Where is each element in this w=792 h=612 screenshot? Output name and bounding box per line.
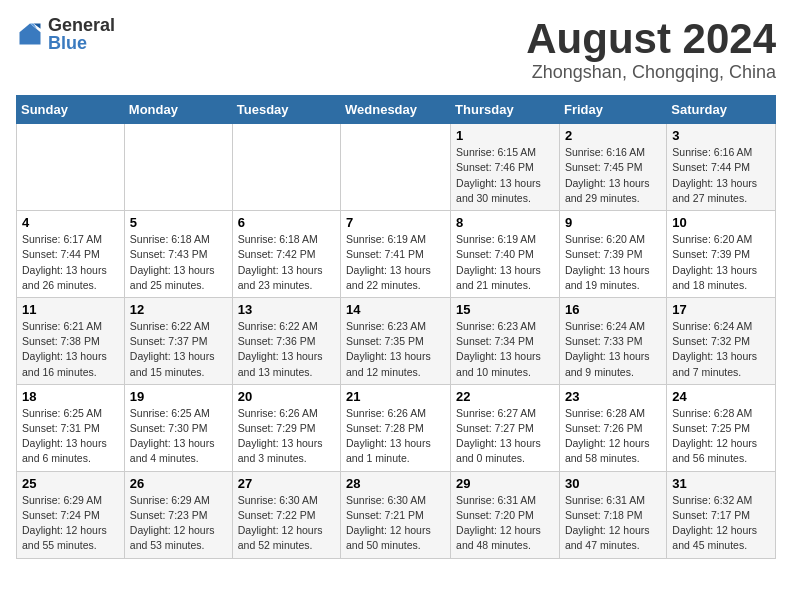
calendar-cell: 17Sunrise: 6:24 AMSunset: 7:32 PMDayligh… xyxy=(667,297,776,384)
day-number: 12 xyxy=(130,302,227,317)
day-number: 6 xyxy=(238,215,335,230)
day-info: Sunrise: 6:29 AMSunset: 7:24 PMDaylight:… xyxy=(22,493,119,554)
calendar-cell: 20Sunrise: 6:26 AMSunset: 7:29 PMDayligh… xyxy=(232,384,340,471)
day-number: 11 xyxy=(22,302,119,317)
day-info: Sunrise: 6:20 AMSunset: 7:39 PMDaylight:… xyxy=(565,232,661,293)
day-number: 21 xyxy=(346,389,445,404)
calendar-cell: 16Sunrise: 6:24 AMSunset: 7:33 PMDayligh… xyxy=(559,297,666,384)
day-info: Sunrise: 6:16 AMSunset: 7:45 PMDaylight:… xyxy=(565,145,661,206)
day-info: Sunrise: 6:22 AMSunset: 7:37 PMDaylight:… xyxy=(130,319,227,380)
day-info: Sunrise: 6:28 AMSunset: 7:25 PMDaylight:… xyxy=(672,406,770,467)
calendar-cell: 18Sunrise: 6:25 AMSunset: 7:31 PMDayligh… xyxy=(17,384,125,471)
calendar-cell: 4Sunrise: 6:17 AMSunset: 7:44 PMDaylight… xyxy=(17,211,125,298)
day-info: Sunrise: 6:26 AMSunset: 7:28 PMDaylight:… xyxy=(346,406,445,467)
calendar-cell xyxy=(341,124,451,211)
calendar-cell: 30Sunrise: 6:31 AMSunset: 7:18 PMDayligh… xyxy=(559,471,666,558)
calendar-cell xyxy=(232,124,340,211)
day-info: Sunrise: 6:21 AMSunset: 7:38 PMDaylight:… xyxy=(22,319,119,380)
calendar-cell: 21Sunrise: 6:26 AMSunset: 7:28 PMDayligh… xyxy=(341,384,451,471)
day-info: Sunrise: 6:24 AMSunset: 7:33 PMDaylight:… xyxy=(565,319,661,380)
day-number: 16 xyxy=(565,302,661,317)
calendar-week-row: 11Sunrise: 6:21 AMSunset: 7:38 PMDayligh… xyxy=(17,297,776,384)
calendar-cell: 14Sunrise: 6:23 AMSunset: 7:35 PMDayligh… xyxy=(341,297,451,384)
day-number: 1 xyxy=(456,128,554,143)
day-info: Sunrise: 6:22 AMSunset: 7:36 PMDaylight:… xyxy=(238,319,335,380)
calendar-week-row: 25Sunrise: 6:29 AMSunset: 7:24 PMDayligh… xyxy=(17,471,776,558)
calendar-cell: 10Sunrise: 6:20 AMSunset: 7:39 PMDayligh… xyxy=(667,211,776,298)
logo-blue: Blue xyxy=(48,33,87,53)
day-info: Sunrise: 6:19 AMSunset: 7:41 PMDaylight:… xyxy=(346,232,445,293)
logo: General Blue xyxy=(16,16,115,52)
day-number: 4 xyxy=(22,215,119,230)
day-info: Sunrise: 6:28 AMSunset: 7:26 PMDaylight:… xyxy=(565,406,661,467)
day-info: Sunrise: 6:18 AMSunset: 7:42 PMDaylight:… xyxy=(238,232,335,293)
calendar-cell: 2Sunrise: 6:16 AMSunset: 7:45 PMDaylight… xyxy=(559,124,666,211)
day-number: 26 xyxy=(130,476,227,491)
day-info: Sunrise: 6:25 AMSunset: 7:31 PMDaylight:… xyxy=(22,406,119,467)
calendar-cell xyxy=(124,124,232,211)
day-info: Sunrise: 6:25 AMSunset: 7:30 PMDaylight:… xyxy=(130,406,227,467)
day-info: Sunrise: 6:20 AMSunset: 7:39 PMDaylight:… xyxy=(672,232,770,293)
title-area: August 2024 Zhongshan, Chongqing, China xyxy=(526,16,776,83)
weekday-header: Sunday xyxy=(17,96,125,124)
day-info: Sunrise: 6:24 AMSunset: 7:32 PMDaylight:… xyxy=(672,319,770,380)
calendar-cell: 25Sunrise: 6:29 AMSunset: 7:24 PMDayligh… xyxy=(17,471,125,558)
calendar-cell: 26Sunrise: 6:29 AMSunset: 7:23 PMDayligh… xyxy=(124,471,232,558)
day-number: 18 xyxy=(22,389,119,404)
day-number: 7 xyxy=(346,215,445,230)
calendar-cell: 7Sunrise: 6:19 AMSunset: 7:41 PMDaylight… xyxy=(341,211,451,298)
day-number: 17 xyxy=(672,302,770,317)
day-number: 22 xyxy=(456,389,554,404)
calendar-cell: 27Sunrise: 6:30 AMSunset: 7:22 PMDayligh… xyxy=(232,471,340,558)
day-info: Sunrise: 6:23 AMSunset: 7:34 PMDaylight:… xyxy=(456,319,554,380)
day-number: 25 xyxy=(22,476,119,491)
day-info: Sunrise: 6:32 AMSunset: 7:17 PMDaylight:… xyxy=(672,493,770,554)
calendar-cell: 9Sunrise: 6:20 AMSunset: 7:39 PMDaylight… xyxy=(559,211,666,298)
day-info: Sunrise: 6:18 AMSunset: 7:43 PMDaylight:… xyxy=(130,232,227,293)
location-title: Zhongshan, Chongqing, China xyxy=(526,62,776,83)
day-number: 5 xyxy=(130,215,227,230)
day-number: 19 xyxy=(130,389,227,404)
calendar-cell: 6Sunrise: 6:18 AMSunset: 7:42 PMDaylight… xyxy=(232,211,340,298)
day-info: Sunrise: 6:26 AMSunset: 7:29 PMDaylight:… xyxy=(238,406,335,467)
day-info: Sunrise: 6:31 AMSunset: 7:18 PMDaylight:… xyxy=(565,493,661,554)
calendar-cell: 24Sunrise: 6:28 AMSunset: 7:25 PMDayligh… xyxy=(667,384,776,471)
day-info: Sunrise: 6:27 AMSunset: 7:27 PMDaylight:… xyxy=(456,406,554,467)
calendar-cell: 13Sunrise: 6:22 AMSunset: 7:36 PMDayligh… xyxy=(232,297,340,384)
calendar-week-row: 1Sunrise: 6:15 AMSunset: 7:46 PMDaylight… xyxy=(17,124,776,211)
day-number: 14 xyxy=(346,302,445,317)
month-title: August 2024 xyxy=(526,16,776,62)
day-number: 31 xyxy=(672,476,770,491)
weekday-header: Tuesday xyxy=(232,96,340,124)
weekday-header: Saturday xyxy=(667,96,776,124)
calendar-cell: 31Sunrise: 6:32 AMSunset: 7:17 PMDayligh… xyxy=(667,471,776,558)
day-number: 13 xyxy=(238,302,335,317)
day-info: Sunrise: 6:15 AMSunset: 7:46 PMDaylight:… xyxy=(456,145,554,206)
logo-icon xyxy=(16,20,44,48)
day-info: Sunrise: 6:23 AMSunset: 7:35 PMDaylight:… xyxy=(346,319,445,380)
day-number: 2 xyxy=(565,128,661,143)
weekday-header: Thursday xyxy=(451,96,560,124)
day-number: 28 xyxy=(346,476,445,491)
day-number: 8 xyxy=(456,215,554,230)
logo-general: General xyxy=(48,15,115,35)
day-info: Sunrise: 6:19 AMSunset: 7:40 PMDaylight:… xyxy=(456,232,554,293)
calendar-cell: 28Sunrise: 6:30 AMSunset: 7:21 PMDayligh… xyxy=(341,471,451,558)
calendar-cell: 15Sunrise: 6:23 AMSunset: 7:34 PMDayligh… xyxy=(451,297,560,384)
day-number: 10 xyxy=(672,215,770,230)
calendar-cell: 11Sunrise: 6:21 AMSunset: 7:38 PMDayligh… xyxy=(17,297,125,384)
calendar-cell: 8Sunrise: 6:19 AMSunset: 7:40 PMDaylight… xyxy=(451,211,560,298)
calendar-cell: 3Sunrise: 6:16 AMSunset: 7:44 PMDaylight… xyxy=(667,124,776,211)
calendar-week-row: 18Sunrise: 6:25 AMSunset: 7:31 PMDayligh… xyxy=(17,384,776,471)
weekday-header: Wednesday xyxy=(341,96,451,124)
day-number: 15 xyxy=(456,302,554,317)
day-info: Sunrise: 6:30 AMSunset: 7:22 PMDaylight:… xyxy=(238,493,335,554)
day-number: 30 xyxy=(565,476,661,491)
logo-text: General Blue xyxy=(48,16,115,52)
day-number: 20 xyxy=(238,389,335,404)
calendar-cell: 29Sunrise: 6:31 AMSunset: 7:20 PMDayligh… xyxy=(451,471,560,558)
svg-marker-0 xyxy=(20,24,41,45)
weekday-header: Friday xyxy=(559,96,666,124)
day-number: 23 xyxy=(565,389,661,404)
day-info: Sunrise: 6:29 AMSunset: 7:23 PMDaylight:… xyxy=(130,493,227,554)
